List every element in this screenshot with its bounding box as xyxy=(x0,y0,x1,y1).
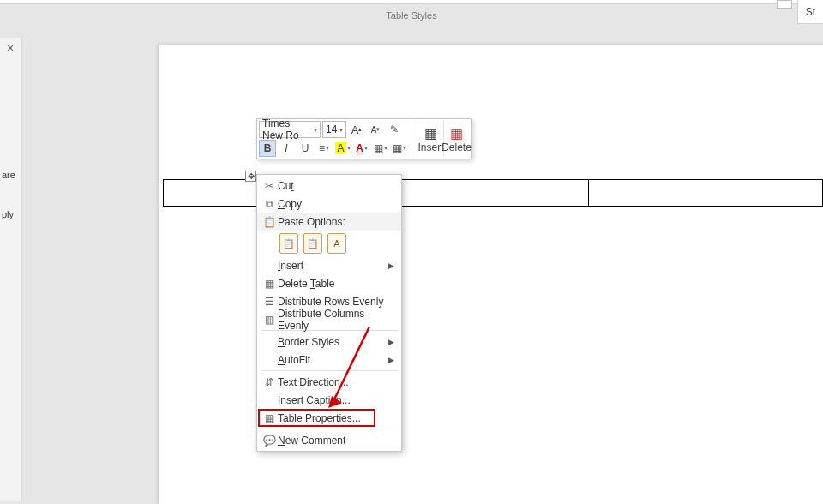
underline-button[interactable]: U xyxy=(297,140,314,157)
ctx-table-properties[interactable]: ▦ Table Properties... xyxy=(257,409,401,427)
align-icon: ≡ xyxy=(319,142,325,154)
ribbon-strip xyxy=(0,0,823,4)
copy-icon: ⧉ xyxy=(261,198,278,210)
font-size-value: 14 xyxy=(326,123,337,135)
ctx-autofit[interactable]: AutoFit ▶ xyxy=(257,351,401,369)
ribbon-right-truncated: St xyxy=(797,0,823,24)
paste-merge-button[interactable]: 📋 xyxy=(303,233,322,254)
ctx-insert-caption[interactable]: Insert Caption... xyxy=(257,391,401,409)
insert-label: Insert xyxy=(418,141,444,153)
align-center-button[interactable]: ≡▾ xyxy=(315,140,333,157)
ctx-delete-table[interactable]: ▦ Delete Table xyxy=(257,274,401,292)
border-button[interactable]: ▦▾ xyxy=(372,140,389,157)
table-cell-divider xyxy=(588,180,589,206)
delete-table-icon: ▦ xyxy=(450,124,463,141)
mini-toolbar: Times New Ro▾ 14▾ A▴ A▾ ✎ B I U ≡▾ A▾ A▾… xyxy=(256,118,472,159)
chevron-right-icon: ▶ xyxy=(388,338,394,346)
shading-icon: ▦ xyxy=(393,142,402,154)
paste-icon: 📋 xyxy=(261,216,278,228)
ctx-paste-options: 📋 📋 A xyxy=(257,231,401,256)
highlight-button[interactable]: A▾ xyxy=(334,140,351,157)
italic-button[interactable]: I xyxy=(278,140,295,157)
font-size-dropdown[interactable]: 14▾ xyxy=(322,121,346,138)
distribute-cols-icon: ▥ xyxy=(261,314,278,326)
table-move-handle[interactable]: ✥ xyxy=(245,171,256,182)
chevron-right-icon: ▶ xyxy=(388,261,394,270)
left-panel xyxy=(0,38,22,501)
format-painter-button[interactable]: ✎ xyxy=(386,121,403,138)
delete-label: Delete xyxy=(442,141,472,153)
panel-close-icon[interactable]: × xyxy=(7,41,14,55)
shrink-font-button[interactable]: A▾ xyxy=(367,121,384,138)
ribbon-group-label: Table Styles xyxy=(0,10,823,21)
paste-text-only-button[interactable]: A xyxy=(327,233,346,254)
comment-icon: 💬 xyxy=(261,435,278,447)
chevron-right-icon: ▶ xyxy=(388,356,394,364)
brush-icon: ✎ xyxy=(390,123,399,135)
ctx-distribute-cols[interactable]: ▥ Distribute Columns Evenly xyxy=(257,310,401,328)
ctx-text-direction[interactable]: ⇵ Text Direction... xyxy=(257,373,401,391)
ctx-paste-header: 📋 Paste Options: xyxy=(257,213,401,231)
cut-icon: ✂ xyxy=(261,180,278,192)
border-icon: ▦ xyxy=(374,142,383,154)
insert-table-button[interactable]: ▦ Insert xyxy=(418,121,443,157)
insert-table-icon: ▦ xyxy=(424,124,437,141)
panel-text-1: are xyxy=(2,170,15,180)
ctx-insert[interactable]: Insert ▶ xyxy=(257,256,401,274)
text-direction-icon: ⇵ xyxy=(261,376,278,388)
font-family-value: Times New Ro xyxy=(262,117,313,141)
delete-icon: ▦ xyxy=(261,278,278,290)
font-family-dropdown[interactable]: Times New Ro▾ xyxy=(259,121,321,138)
context-menu: ✂ Cut ⧉ Copy 📋 Paste Options: 📋 📋 A Inse… xyxy=(256,174,402,452)
ctx-cut[interactable]: ✂ Cut xyxy=(257,177,401,195)
distribute-rows-icon: ☰ xyxy=(261,296,278,308)
font-color-button[interactable]: A▾ xyxy=(353,140,370,157)
ctx-border-styles[interactable]: Border Styles ▶ xyxy=(257,333,401,351)
grow-font-button[interactable]: A▴ xyxy=(348,121,365,138)
shading-button[interactable]: ▦▾ xyxy=(391,140,408,157)
properties-icon: ▦ xyxy=(261,412,278,424)
panel-text-2: ply xyxy=(2,209,14,219)
paste-keep-source-button[interactable]: 📋 xyxy=(279,233,298,254)
ctx-new-comment[interactable]: 💬 New Comment xyxy=(257,431,401,449)
ctx-copy[interactable]: ⧉ Copy xyxy=(257,195,401,213)
delete-table-button[interactable]: ▦ Delete xyxy=(443,121,469,157)
bold-button[interactable]: B xyxy=(259,140,276,157)
ribbon-dropdown-handle[interactable] xyxy=(777,0,792,9)
